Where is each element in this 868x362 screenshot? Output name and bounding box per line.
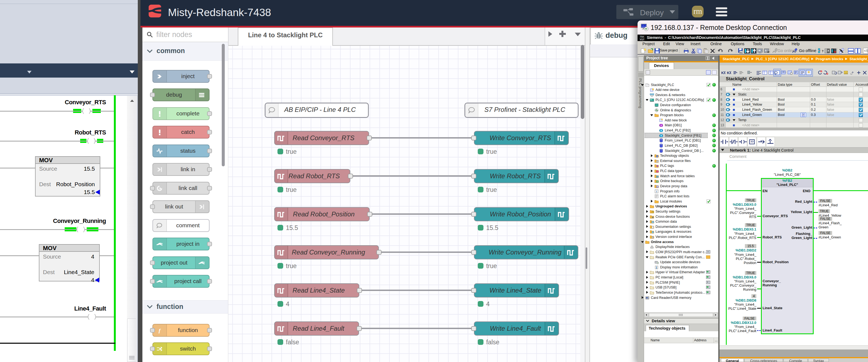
svg-text:K: K xyxy=(727,71,730,75)
svg-text:0I: 0I xyxy=(657,161,658,162)
svg-text:K: K xyxy=(721,71,724,75)
svg-text:RT: RT xyxy=(768,51,770,53)
svg-text:i: i xyxy=(656,190,657,193)
svg-text:f: f xyxy=(159,328,161,333)
svg-text:??: ?? xyxy=(750,140,753,143)
svg-text:?: ? xyxy=(822,50,824,53)
svg-text:01: 01 xyxy=(740,51,742,54)
